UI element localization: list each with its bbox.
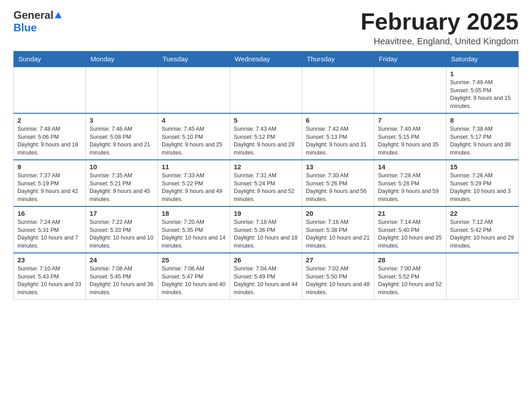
header-friday: Friday bbox=[374, 51, 446, 67]
calendar-cell-w3-d6: 14Sunrise: 7:28 AM Sunset: 5:28 PM Dayli… bbox=[374, 160, 446, 206]
day-number: 17 bbox=[90, 210, 154, 217]
calendar-header-row: Sunday Monday Tuesday Wednesday Thursday… bbox=[14, 51, 519, 67]
calendar-cell-w3-d5: 13Sunrise: 7:30 AM Sunset: 5:26 PM Dayli… bbox=[302, 160, 374, 206]
day-number: 23 bbox=[17, 256, 82, 264]
day-info: Sunrise: 7:00 AM Sunset: 5:52 PM Dayligh… bbox=[378, 265, 442, 296]
calendar-cell-w2-d1: 2Sunrise: 7:48 AM Sunset: 5:06 PM Daylig… bbox=[14, 113, 86, 160]
calendar-cell-w1-d2 bbox=[86, 67, 158, 113]
calendar-cell-w4-d4: 19Sunrise: 7:18 AM Sunset: 5:36 PM Dayli… bbox=[230, 206, 302, 253]
calendar-cell-w3-d3: 11Sunrise: 7:33 AM Sunset: 5:22 PM Dayli… bbox=[158, 160, 230, 206]
day-number: 10 bbox=[90, 163, 154, 171]
day-info: Sunrise: 7:48 AM Sunset: 5:06 PM Dayligh… bbox=[17, 125, 82, 157]
day-info: Sunrise: 7:26 AM Sunset: 5:29 PM Dayligh… bbox=[450, 172, 515, 203]
day-number: 15 bbox=[450, 163, 515, 171]
day-info: Sunrise: 7:24 AM Sunset: 5:31 PM Dayligh… bbox=[17, 218, 82, 250]
day-info: Sunrise: 7:12 AM Sunset: 5:42 PM Dayligh… bbox=[450, 218, 515, 250]
day-number: 13 bbox=[306, 163, 370, 171]
calendar-cell-w3-d4: 12Sunrise: 7:31 AM Sunset: 5:24 PM Dayli… bbox=[230, 160, 302, 206]
logo: General Blue bbox=[13, 9, 62, 34]
day-info: Sunrise: 7:22 AM Sunset: 5:33 PM Dayligh… bbox=[90, 218, 154, 250]
header-sunday: Sunday bbox=[14, 51, 86, 67]
calendar-cell-w4-d2: 17Sunrise: 7:22 AM Sunset: 5:33 PM Dayli… bbox=[86, 206, 158, 253]
calendar-cell-w5-d7 bbox=[446, 253, 519, 300]
day-info: Sunrise: 7:45 AM Sunset: 5:10 PM Dayligh… bbox=[162, 125, 226, 157]
calendar-week-5: 23Sunrise: 7:10 AM Sunset: 5:43 PM Dayli… bbox=[14, 253, 519, 300]
calendar-week-1: 1Sunrise: 7:49 AM Sunset: 5:05 PM Daylig… bbox=[14, 67, 519, 113]
day-info: Sunrise: 7:42 AM Sunset: 5:13 PM Dayligh… bbox=[306, 125, 370, 157]
calendar-cell-w1-d1 bbox=[14, 67, 86, 113]
day-number: 8 bbox=[450, 116, 515, 124]
day-number: 12 bbox=[234, 163, 298, 171]
header-tuesday: Tuesday bbox=[158, 51, 230, 67]
logo-general-text: General bbox=[13, 9, 53, 21]
day-number: 16 bbox=[17, 210, 82, 217]
day-number: 21 bbox=[378, 210, 442, 217]
day-number: 5 bbox=[234, 116, 298, 124]
calendar-cell-w4-d6: 21Sunrise: 7:14 AM Sunset: 5:40 PM Dayli… bbox=[374, 206, 446, 253]
day-info: Sunrise: 7:46 AM Sunset: 5:08 PM Dayligh… bbox=[90, 125, 154, 157]
day-info: Sunrise: 7:33 AM Sunset: 5:22 PM Dayligh… bbox=[162, 172, 226, 203]
calendar-cell-w5-d2: 24Sunrise: 7:08 AM Sunset: 5:45 PM Dayli… bbox=[86, 253, 158, 300]
day-number: 6 bbox=[306, 116, 370, 124]
day-info: Sunrise: 7:16 AM Sunset: 5:38 PM Dayligh… bbox=[306, 218, 370, 250]
day-info: Sunrise: 7:43 AM Sunset: 5:12 PM Dayligh… bbox=[234, 125, 298, 157]
day-number: 22 bbox=[450, 210, 515, 217]
calendar-cell-w5-d1: 23Sunrise: 7:10 AM Sunset: 5:43 PM Dayli… bbox=[14, 253, 86, 300]
month-title: February 2025 bbox=[360, 9, 519, 34]
calendar-cell-w3-d1: 9Sunrise: 7:37 AM Sunset: 5:19 PM Daylig… bbox=[14, 160, 86, 206]
day-number: 25 bbox=[162, 256, 226, 264]
day-info: Sunrise: 7:02 AM Sunset: 5:50 PM Dayligh… bbox=[306, 265, 370, 296]
calendar-cell-w4-d1: 16Sunrise: 7:24 AM Sunset: 5:31 PM Dayli… bbox=[14, 206, 86, 253]
day-number: 11 bbox=[162, 163, 226, 171]
calendar-week-4: 16Sunrise: 7:24 AM Sunset: 5:31 PM Dayli… bbox=[14, 206, 519, 253]
calendar-cell-w2-d7: 8Sunrise: 7:38 AM Sunset: 5:17 PM Daylig… bbox=[446, 113, 519, 160]
day-info: Sunrise: 7:20 AM Sunset: 5:35 PM Dayligh… bbox=[162, 218, 226, 250]
day-info: Sunrise: 7:06 AM Sunset: 5:47 PM Dayligh… bbox=[162, 265, 226, 296]
header-monday: Monday bbox=[86, 51, 158, 67]
day-number: 14 bbox=[378, 163, 442, 171]
calendar-cell-w2-d2: 3Sunrise: 7:46 AM Sunset: 5:08 PM Daylig… bbox=[86, 113, 158, 160]
calendar-cell-w4-d5: 20Sunrise: 7:16 AM Sunset: 5:38 PM Dayli… bbox=[302, 206, 374, 253]
calendar-cell-w1-d7: 1Sunrise: 7:49 AM Sunset: 5:05 PM Daylig… bbox=[446, 67, 519, 113]
day-info: Sunrise: 7:37 AM Sunset: 5:19 PM Dayligh… bbox=[17, 172, 82, 203]
day-number: 27 bbox=[306, 256, 370, 264]
day-info: Sunrise: 7:18 AM Sunset: 5:36 PM Dayligh… bbox=[234, 218, 298, 250]
header-wednesday: Wednesday bbox=[230, 51, 302, 67]
calendar-cell-w5-d6: 28Sunrise: 7:00 AM Sunset: 5:52 PM Dayli… bbox=[374, 253, 446, 300]
calendar-cell-w4-d7: 22Sunrise: 7:12 AM Sunset: 5:42 PM Dayli… bbox=[446, 206, 519, 253]
calendar-cell-w5-d4: 26Sunrise: 7:04 AM Sunset: 5:49 PM Dayli… bbox=[230, 253, 302, 300]
logo-blue-text: Blue bbox=[13, 21, 37, 34]
day-info: Sunrise: 7:04 AM Sunset: 5:49 PM Dayligh… bbox=[234, 265, 298, 296]
day-info: Sunrise: 7:49 AM Sunset: 5:05 PM Dayligh… bbox=[450, 79, 515, 110]
calendar-cell-w5-d3: 25Sunrise: 7:06 AM Sunset: 5:47 PM Dayli… bbox=[158, 253, 230, 300]
day-info: Sunrise: 7:40 AM Sunset: 5:15 PM Dayligh… bbox=[378, 125, 442, 157]
calendar-table: Sunday Monday Tuesday Wednesday Thursday… bbox=[13, 51, 519, 300]
calendar-cell-w1-d4 bbox=[230, 67, 302, 113]
day-info: Sunrise: 7:31 AM Sunset: 5:24 PM Dayligh… bbox=[234, 172, 298, 203]
day-number: 2 bbox=[17, 116, 82, 124]
day-info: Sunrise: 7:30 AM Sunset: 5:26 PM Dayligh… bbox=[306, 172, 370, 203]
day-number: 19 bbox=[234, 210, 298, 217]
day-number: 3 bbox=[90, 116, 154, 124]
day-number: 20 bbox=[306, 210, 370, 217]
calendar-cell-w2-d5: 6Sunrise: 7:42 AM Sunset: 5:13 PM Daylig… bbox=[302, 113, 374, 160]
header-saturday: Saturday bbox=[446, 51, 519, 67]
calendar-cell-w2-d6: 7Sunrise: 7:40 AM Sunset: 5:15 PM Daylig… bbox=[374, 113, 446, 160]
day-number: 7 bbox=[378, 116, 442, 124]
calendar-cell-w3-d7: 15Sunrise: 7:26 AM Sunset: 5:29 PM Dayli… bbox=[446, 160, 519, 206]
day-info: Sunrise: 7:35 AM Sunset: 5:21 PM Dayligh… bbox=[90, 172, 154, 203]
calendar-cell-w1-d3 bbox=[158, 67, 230, 113]
calendar-week-2: 2Sunrise: 7:48 AM Sunset: 5:06 PM Daylig… bbox=[14, 113, 519, 160]
header-thursday: Thursday bbox=[302, 51, 374, 67]
day-info: Sunrise: 7:28 AM Sunset: 5:28 PM Dayligh… bbox=[378, 172, 442, 203]
day-info: Sunrise: 7:08 AM Sunset: 5:45 PM Dayligh… bbox=[90, 265, 154, 296]
calendar-cell-w3-d2: 10Sunrise: 7:35 AM Sunset: 5:21 PM Dayli… bbox=[86, 160, 158, 206]
day-number: 4 bbox=[162, 116, 226, 124]
title-block: February 2025 Heavitree, England, United… bbox=[360, 9, 519, 47]
day-info: Sunrise: 7:38 AM Sunset: 5:17 PM Dayligh… bbox=[450, 125, 515, 157]
logo-triangle-icon bbox=[55, 12, 62, 18]
day-number: 28 bbox=[378, 256, 442, 264]
calendar-cell-w5-d5: 27Sunrise: 7:02 AM Sunset: 5:50 PM Dayli… bbox=[302, 253, 374, 300]
day-number: 1 bbox=[450, 70, 515, 77]
page-header: General Blue February 2025 Heavitree, En… bbox=[13, 9, 519, 47]
